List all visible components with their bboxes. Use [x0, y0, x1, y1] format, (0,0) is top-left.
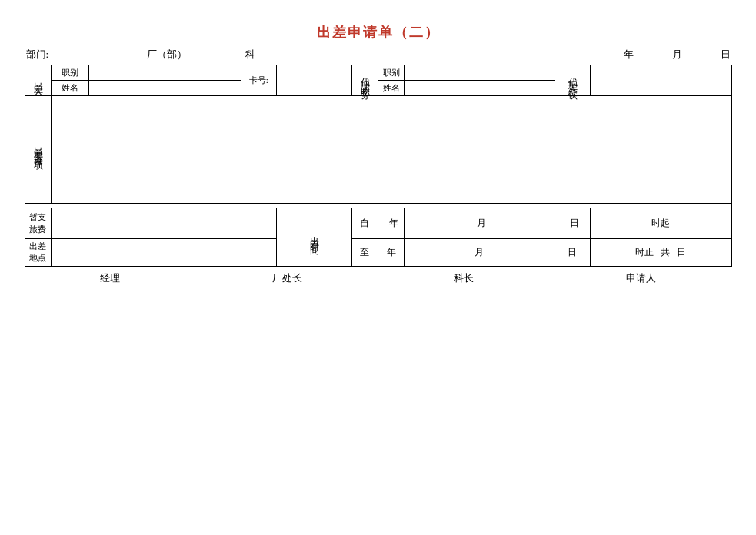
- manager-label: 经理: [100, 271, 120, 285]
- to-day[interactable]: 日: [555, 239, 590, 267]
- advance-label: 暂支旅费: [25, 208, 51, 239]
- factory-label: 厂（部）: [147, 48, 187, 61]
- dept-label: 部门:: [26, 48, 49, 61]
- rank-label-1: 职别: [51, 65, 88, 81]
- advance-value[interactable]: [51, 208, 276, 239]
- year-label: 年: [624, 48, 634, 61]
- from-label: 自: [351, 208, 378, 239]
- card-value[interactable]: [276, 65, 351, 96]
- person-row-1: 出差人 职别 卡号: 代理人职务 职别 代理人签认: [25, 65, 731, 81]
- name-value-2[interactable]: [405, 81, 555, 96]
- rank-value-1[interactable]: [89, 65, 241, 81]
- from-year[interactable]: 年: [378, 208, 404, 239]
- proxy-sign-label: 代理人签认: [555, 65, 590, 96]
- page: 出差申请单（二） 部门: 厂（部） 科 年 月 日 出差人 职别 卡号:: [25, 23, 732, 285]
- task-label: 出差要办事项: [25, 96, 51, 204]
- month-label: 月: [672, 48, 682, 61]
- proxy-job-label: 代理人职务: [351, 65, 378, 96]
- section-mgr-label: 科长: [454, 271, 474, 285]
- destination-value[interactable]: [51, 239, 276, 267]
- proxy-sign-value[interactable]: [591, 65, 731, 96]
- main-table: 出差人 职别 卡号: 代理人职务 职别 代理人签认 姓名 姓名: [25, 65, 732, 267]
- day-label: 日: [721, 48, 731, 61]
- factory-mgr-label: 厂处长: [272, 271, 302, 285]
- expense-row-1: 暂支旅费 出差时间 自 年 月 日 时起: [25, 208, 731, 239]
- destination-label: 出差地点: [25, 239, 51, 267]
- time-label: 出差时间: [276, 208, 351, 267]
- to-label: 至: [351, 239, 378, 267]
- rank-label-2: 职别: [378, 65, 404, 81]
- from-time-start[interactable]: 时起: [591, 208, 731, 239]
- to-year[interactable]: 年: [378, 239, 404, 267]
- footer-row: 经理 厂处长 科长 申请人: [25, 271, 732, 285]
- name-label-1: 姓名: [51, 81, 88, 96]
- name-label-2: 姓名: [378, 81, 404, 96]
- name-value-1[interactable]: [89, 81, 241, 96]
- from-month[interactable]: 月: [405, 208, 555, 239]
- header-row: 部门: 厂（部） 科 年 月 日: [25, 48, 732, 61]
- section-header-label: 科: [245, 48, 255, 61]
- to-time-end[interactable]: 时止 共 日: [591, 239, 731, 267]
- expense-row-2: 出差地点 至 年 月 日 时止 共 日: [25, 239, 731, 267]
- page-title: 出差申请单（二）: [25, 23, 732, 42]
- from-day[interactable]: 日: [555, 208, 590, 239]
- card-label: 卡号:: [241, 65, 276, 96]
- task-value[interactable]: [51, 96, 731, 204]
- task-row: 出差要办事项: [25, 96, 731, 204]
- chucha-label: 出差人: [25, 65, 51, 96]
- applicant-label: 申请人: [626, 271, 656, 285]
- rank-value-2[interactable]: [405, 65, 555, 81]
- to-month[interactable]: 月: [405, 239, 555, 267]
